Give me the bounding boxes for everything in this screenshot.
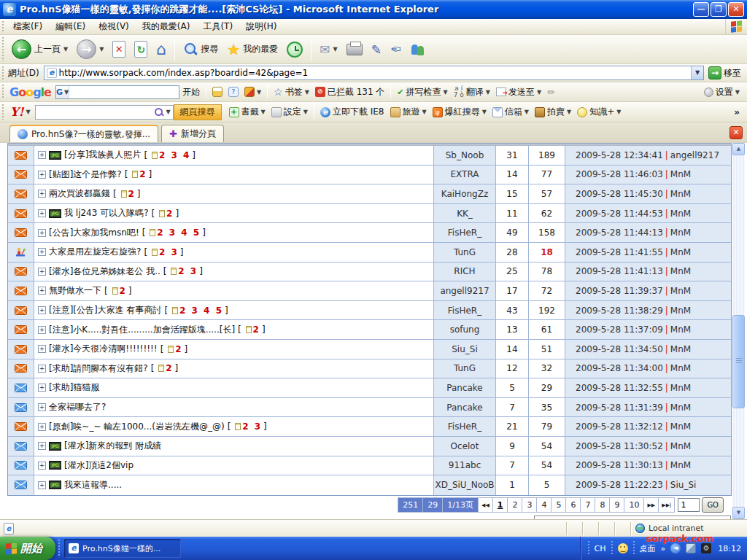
last-post-author-link[interactable]: MnM [670, 363, 691, 373]
menu-item-favorites[interactable]: 我的最愛(A) [136, 20, 197, 33]
expand-topic-button[interactable]: + [38, 403, 46, 411]
topic-link[interactable]: [灌水]今天很冷清啊!!!!!!!!! [49, 343, 158, 355]
address-dropdown-icon[interactable]: ▼ [691, 66, 703, 79]
last-post-author-link[interactable]: MnM [670, 266, 691, 276]
pagination-go-button[interactable]: GO [702, 497, 724, 513]
last-post-author-link[interactable]: angell9217 [670, 150, 719, 160]
topic-page-links[interactable]: 2 [120, 286, 127, 296]
expand-topic-button[interactable]: + [38, 442, 46, 450]
google-options-icon[interactable]: ▼ [241, 87, 264, 97]
topic-link[interactable]: 無野做水一下 [49, 284, 101, 297]
mail-button[interactable]: ✉ ▼ [316, 41, 341, 58]
forward-button[interactable]: → ▼ [73, 38, 107, 61]
topic-page-links[interactable]: 2 3 4 5 [179, 306, 223, 316]
expand-topic-button[interactable]: + [38, 481, 46, 489]
back-button[interactable]: ← 上一頁 ▼ [8, 38, 71, 61]
active-tab[interactable]: Pro.hnS像?一樣的靈敏,發揮... [9, 125, 158, 142]
topic-page-links[interactable]: 2 [139, 169, 147, 179]
pagination-page-3[interactable]: 3 [522, 497, 537, 513]
pagination-first-button[interactable]: ◀◀ [479, 497, 493, 513]
topic-page-links[interactable]: 2 3 [159, 247, 179, 257]
expand-topic-button[interactable]: + [38, 326, 46, 334]
spell-check-button[interactable]: ✔ 拼写检查▼ [394, 86, 450, 98]
yahoo-travel-button[interactable]: 旅遊▼ [387, 106, 430, 118]
topic-link[interactable]: [求助]請問腳本有沒有錯? [49, 362, 148, 375]
toolbar-grip[interactable] [1, 85, 4, 99]
stop-button[interactable]: ✕ [109, 39, 129, 59]
google-pagerank-icon[interactable] [209, 87, 225, 97]
go-button[interactable]: → 移至 [704, 66, 746, 79]
minimize-button[interactable]: — [693, 2, 709, 17]
expand-topic-button[interactable]: + [38, 229, 46, 237]
topic-link[interactable]: [贴图]这个是作弊? [49, 168, 122, 181]
topic-author-link[interactable]: TunG [434, 359, 496, 379]
yahoo-bookmarks-button[interactable]: + 書籤▼ [226, 106, 268, 118]
menu-item-file[interactable]: 檔案(F) [7, 20, 49, 33]
scroll-down-button[interactable]: ▼ [732, 507, 745, 519]
last-post-author-link[interactable]: MnM [670, 402, 691, 413]
maximize-button[interactable]: ❒ [711, 2, 727, 17]
topic-author-link[interactable]: XD_SiU_NooB [434, 475, 496, 495]
topic-page-links[interactable]: 2 3 [242, 421, 262, 432]
new-tab-button[interactable]: ✚ 新增分頁 [161, 125, 224, 142]
last-post-author-link[interactable]: MnM [670, 441, 691, 451]
yahoo-search-dropdown[interactable]: ▼ [166, 109, 172, 115]
google-settings-button[interactable]: 设置▼ [701, 86, 747, 98]
last-post-author-link[interactable]: MnM [670, 421, 691, 432]
forward-dropdown-icon[interactable]: ▼ [99, 46, 104, 52]
topic-link[interactable]: 大家是用左旋定右旋強? [49, 246, 141, 258]
history-button[interactable] [283, 40, 306, 59]
taskbar-item-ie[interactable]: e Pro.hnS像猫一樣的... [64, 539, 181, 558]
quick-launch-grip[interactable] [57, 540, 61, 557]
send-to-button[interactable]: 发送至▼ [493, 86, 544, 98]
topic-author-link[interactable]: Pancake [434, 378, 496, 398]
topic-page-links[interactable]: 2 [166, 363, 173, 373]
last-post-author-link[interactable]: MnM [670, 228, 691, 238]
smiley-tray-icon[interactable] [618, 543, 628, 553]
expand-topic-button[interactable]: + [38, 384, 46, 392]
google-search-input[interactable] [69, 87, 179, 98]
messenger-button[interactable] [406, 41, 430, 58]
discuss-button[interactable]: ✑ [387, 40, 405, 58]
pagination-next-button[interactable]: ▶▶ [644, 497, 659, 513]
translate-button[interactable]: a í7 ò 翻译▼ [451, 85, 493, 98]
mail-dropdown-icon[interactable]: ▼ [333, 46, 337, 52]
toolbar-grip[interactable] [1, 104, 4, 120]
last-post-author-link[interactable]: MnM [670, 169, 691, 179]
yahoo-settings-button[interactable]: 設定▼ [268, 106, 311, 118]
pagination-page-7[interactable]: 7 [581, 497, 595, 513]
topic-page-links[interactable]: 2 [166, 209, 174, 219]
topic-link[interactable]: 全家福哪去了? [49, 401, 106, 413]
topic-page-links[interactable]: 2 [175, 344, 182, 354]
topic-author-link[interactable]: TunG [434, 243, 496, 262]
pagination-page-2[interactable]: 2 [508, 497, 522, 513]
expand-topic-button[interactable]: + [38, 268, 46, 276]
pagination-page-4[interactable]: 4 [537, 497, 551, 513]
start-button[interactable]: 開始 [0, 537, 55, 560]
menu-item-view[interactable]: 檢視(V) [92, 20, 136, 33]
expand-topic-button[interactable]: + [38, 190, 46, 198]
topic-link[interactable]: 我來這報導..... [64, 479, 122, 491]
menu-item-help[interactable]: 說明(H) [239, 20, 283, 33]
yahoo-auction-button[interactable]: 拍賣▼ [532, 106, 574, 118]
last-post-author-link[interactable]: MnM [670, 344, 691, 354]
expand-topic-button[interactable]: + [38, 287, 46, 295]
expand-topic-button[interactable]: + [38, 423, 46, 431]
topic-link[interactable]: [注意]小K.....對吾住.........加會活躍版塊.....[长] [49, 324, 235, 336]
google-g-dropdown[interactable]: G▼ [56, 86, 69, 98]
topic-link[interactable]: [原創]唉~_~ 輸左1000...(岩岩洗左機@_@) [49, 421, 225, 433]
popup-blocker-button[interactable]: ⊘ 已拦截 131 个 [312, 86, 388, 98]
expand-topic-button[interactable]: + [38, 345, 46, 353]
pagination-page-5[interactable]: 5 [551, 497, 566, 513]
desktop-toolbar-label[interactable]: 桌面 [640, 543, 656, 554]
toolbar-grip[interactable] [1, 21, 4, 32]
yahoo-mail-button[interactable]: 信箱▼ [489, 106, 532, 118]
ie8-download-button[interactable]: e 立即下載 IE8 [317, 106, 387, 118]
network-tray-icon[interactable] [686, 543, 696, 553]
print-button[interactable] [343, 42, 366, 57]
expand-topic-button[interactable]: + [38, 462, 46, 470]
topic-author-link[interactable]: KK_ [434, 204, 496, 224]
topic-page-links[interactable]: 2 [128, 189, 136, 199]
settings-tray-icon[interactable]: ⚙ [701, 543, 711, 553]
topic-page-links[interactable]: 2 3 4 [159, 150, 190, 160]
